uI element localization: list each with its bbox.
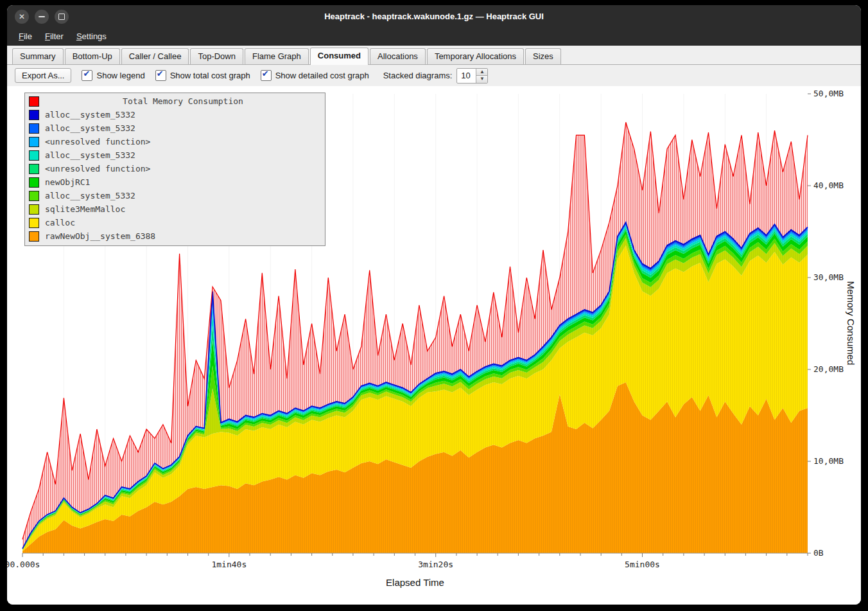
toolbar: Export As... Show legend Show total cost…: [7, 65, 861, 86]
legend-item-label: <unresolved function>: [45, 164, 150, 173]
spinbox-buttons: ▲ ▼: [476, 69, 487, 83]
legend-item-label: rawNewObj__system_6388: [45, 231, 155, 241]
x-axis-tick-label: 3min20s: [418, 560, 453, 569]
window-title: Heaptrack - heaptrack.wakunode.1.gz — He…: [7, 5, 861, 28]
legend-item: rawNewObj__system_6388: [25, 229, 325, 243]
menu-bar: File Filter Settings: [7, 28, 861, 46]
spinbox-value: 10: [457, 69, 476, 83]
stacked-diagrams-spinbox[interactable]: 10 ▲ ▼: [456, 68, 488, 84]
legend-swatch: [29, 150, 39, 161]
legend-item: sqlite3MemMalloc: [25, 202, 325, 216]
show-total-cost-graph-checkbox[interactable]: Show total cost graph: [155, 70, 250, 81]
legend-item-label: calloc: [45, 218, 75, 227]
close-button[interactable]: ✕: [15, 10, 29, 24]
tab-summary[interactable]: Summary: [12, 48, 64, 64]
tab-temporary-allocations[interactable]: Temporary Allocations: [427, 48, 524, 64]
checkbox-label: Show total cost graph: [170, 71, 250, 80]
x-axis-tick-label: 1min40s: [211, 560, 247, 569]
y-axis-tick-label: 0B: [813, 548, 824, 558]
menu-settings[interactable]: Settings: [70, 29, 113, 44]
spin-up-button[interactable]: ▲: [476, 69, 487, 76]
spin-down-button[interactable]: ▼: [476, 76, 487, 83]
stacked-diagrams-label: Stacked diagrams:: [383, 71, 453, 80]
legend-item: alloc__system_5332: [25, 148, 325, 162]
y-axis-tick-label: 40,0MB: [813, 181, 844, 190]
export-as-button[interactable]: Export As...: [15, 68, 71, 83]
y-axis-tick-label: 30,0MB: [813, 272, 844, 282]
checkbox-label: Show legend: [96, 71, 144, 80]
tab-bar: SummaryBottom-UpCaller / CalleeTop-DownF…: [7, 46, 861, 65]
tab-sizes[interactable]: Sizes: [525, 48, 561, 64]
y-axis-title: Memory Consumed: [846, 281, 856, 366]
chart-region: 0B10,0MB20,0MB30,0MB40,0MB50,0MB00.000s1…: [7, 86, 861, 605]
legend-item: calloc: [25, 216, 325, 229]
checkbox-box: [82, 70, 92, 81]
x-axis-tick-label: 5min00s: [625, 560, 660, 569]
legend-swatch: [29, 177, 39, 188]
maximize-icon: [58, 13, 65, 20]
checkbox-box: [261, 70, 272, 81]
legend-swatch: [29, 110, 39, 120]
legend-item-label: alloc__system_5332: [45, 110, 135, 120]
legend-swatch: [29, 137, 39, 147]
legend-item: alloc__system_5332: [25, 121, 325, 135]
legend-swatch: [29, 204, 39, 215]
legend-item-label: alloc__system_5332: [45, 123, 135, 133]
checkbox-label: Show detailed cost graph: [275, 71, 369, 80]
heaptrack-window: ✕ Heaptrack - heaptrack.wakunode.1.gz — …: [7, 5, 861, 605]
show-legend-checkbox[interactable]: Show legend: [82, 70, 144, 81]
legend-item-label: newObjRC1: [45, 177, 90, 187]
legend-item: alloc__system_5332: [25, 189, 325, 202]
legend-swatch: [29, 191, 39, 201]
legend-swatch: [29, 231, 39, 242]
maximize-button[interactable]: [55, 10, 69, 24]
tab-bottom-up[interactable]: Bottom-Up: [65, 48, 120, 64]
tab-allocations[interactable]: Allocations: [370, 48, 426, 64]
legend-swatch: [29, 218, 39, 228]
legend-item-label: sqlite3MemMalloc: [45, 204, 125, 214]
titlebar[interactable]: ✕ Heaptrack - heaptrack.wakunode.1.gz — …: [7, 5, 861, 28]
minimize-button[interactable]: [35, 10, 49, 24]
legend-item-label: <unresolved function>: [45, 137, 150, 146]
minimize-icon: [39, 16, 45, 17]
y-axis-tick-label: 20,0MB: [813, 364, 844, 374]
x-axis-title: Elapsed Time: [22, 577, 808, 588]
menu-filter[interactable]: Filter: [39, 29, 70, 44]
show-detailed-cost-graph-checkbox[interactable]: Show detailed cost graph: [261, 70, 369, 81]
y-axis-tick-label: 10,0MB: [813, 456, 844, 466]
tab-flame-graph[interactable]: Flame Graph: [245, 48, 309, 64]
legend-item: <unresolved function>: [25, 135, 325, 148]
tab-consumed[interactable]: Consumed: [310, 48, 369, 65]
window-controls: ✕: [7, 10, 69, 24]
legend-swatch: [29, 164, 39, 174]
legend-item-label: alloc__system_5332: [45, 191, 135, 200]
legend-item: alloc__system_5332: [25, 108, 325, 121]
legend-item: <unresolved function>: [25, 162, 325, 175]
legend-title: Total Memory Consumption: [45, 96, 321, 106]
x-axis-tick-label: 00.000s: [7, 560, 40, 569]
tab-top-down[interactable]: Top-Down: [190, 48, 243, 64]
legend-title-row: Total Memory Consumption: [25, 94, 325, 108]
legend-swatch: [29, 96, 39, 107]
menu-file[interactable]: File: [12, 29, 39, 44]
chart-legend: Total Memory Consumptionalloc__system_53…: [24, 93, 326, 246]
tab-caller-callee[interactable]: Caller / Callee: [121, 48, 189, 64]
y-axis-tick-label: 50,0MB: [813, 89, 844, 98]
legend-item: newObjRC1: [25, 175, 325, 189]
legend-item-label: alloc__system_5332: [45, 150, 135, 160]
checkbox-box: [155, 70, 166, 81]
legend-swatch: [29, 123, 39, 134]
